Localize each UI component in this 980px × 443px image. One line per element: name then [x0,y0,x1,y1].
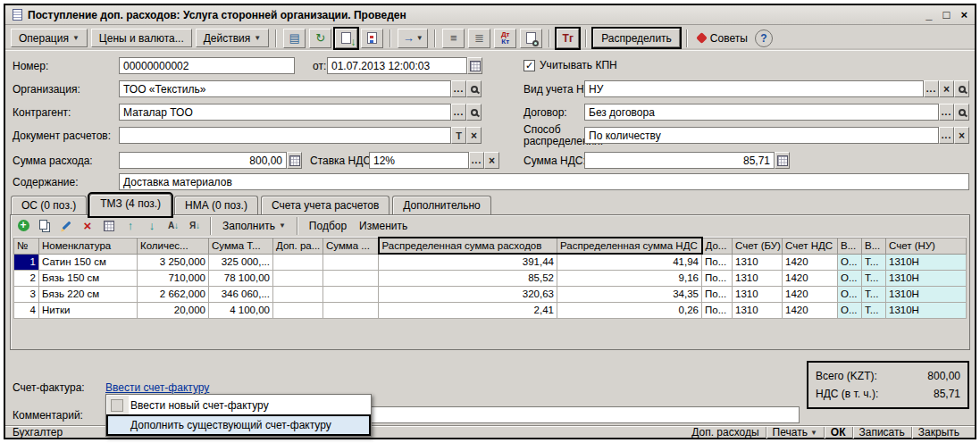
table-row[interactable]: 1Сатин 150 см3 250,000325 000,...391,444… [14,254,967,270]
amount-field[interactable]: 800,00 [119,152,287,169]
grid-settings-icon[interactable] [100,217,118,234]
toolbar-separator [210,217,212,235]
report-icon[interactable] [520,29,542,48]
nu-clear-button[interactable] [939,80,954,97]
write-button[interactable]: Записать [853,426,911,439]
go-button[interactable]: →▼ [398,29,428,48]
contract-select-button[interactable] [939,104,954,121]
help-button[interactable]: ? [755,29,773,47]
col-header[interactable]: До... [702,238,733,254]
paydoc-clear-button[interactable] [466,127,482,144]
document-movements-icon[interactable] [361,29,383,48]
col-header[interactable]: Количес... [138,238,209,254]
date-field[interactable]: 01.07.2013 12:00:03 [327,57,467,74]
invoice-label: Счет-фактура: [13,381,85,394]
method-field[interactable]: По количеству [584,127,939,144]
vat-amount-calculator-button[interactable] [775,152,790,169]
post-document-icon[interactable]: ↓ [335,29,357,48]
tab-additional[interactable]: Дополнительно [392,196,490,215]
copy-row-icon[interactable] [36,217,54,234]
structure-icon[interactable]: ≣ [468,29,490,48]
fill-button[interactable]: Заполнить▼ [218,217,290,234]
contragent-select-button[interactable] [451,104,466,121]
print-button[interactable]: Печать▼ [766,426,824,439]
kpn-checkbox[interactable]: ✓ Учитывать КПН [524,59,617,71]
clear-icon [471,130,477,142]
col-header[interactable]: Счет НДС [783,238,838,254]
edit-row-icon[interactable] [57,217,75,234]
col-header-distributed-expense[interactable]: Распределенная сумма расходов [379,238,557,254]
col-header-distributed-vat[interactable]: Распределенная сумма НДС [557,238,702,254]
tab-tmz[interactable]: ТМЗ (4 поз.) [89,194,172,216]
document-icon [13,9,22,21]
method-select-button[interactable] [939,127,954,144]
menu-item-new-invoice[interactable]: Ввести новый счет-фактуру [107,396,370,415]
contract-open-button[interactable] [954,104,969,121]
col-header[interactable]: В... [838,238,862,254]
list-icon[interactable]: ≡ [442,29,465,48]
col-header[interactable]: № [14,238,39,254]
table-row[interactable]: 4Нитки20,0004 100,002,410,26По...1310142… [14,302,967,318]
items-table[interactable]: № Номенклатура Количес... Сумма Т... Доп… [13,237,967,319]
paydoc-field[interactable] [119,127,451,144]
pick-button[interactable]: Подбор [305,217,351,234]
table-row[interactable]: 3Бязь 220 см2 662,000346 060,...320,6334… [14,286,967,302]
col-header[interactable]: Сумма Т... [209,238,273,254]
add-row-icon[interactable] [14,217,32,234]
col-header[interactable]: Доп. ра... [273,238,323,254]
ok-button[interactable]: ОК [825,426,852,439]
organization-open-button[interactable] [466,80,482,97]
tab-settlement-accounts[interactable]: Счета учета расчетов [261,196,389,215]
change-button[interactable]: Изменить [355,217,412,234]
contract-label: Договор: [524,106,567,119]
vat-rate-select-button[interactable] [469,152,484,169]
sort-descending-icon[interactable]: Я↓ [186,217,204,234]
distribute-button[interactable]: Распределить [593,29,680,47]
organization-select-button[interactable] [451,80,466,97]
close-form-button[interactable]: Закрыть [912,426,966,439]
calendar-button[interactable] [467,57,482,74]
col-header[interactable]: Счет (НУ) [886,238,967,254]
contract-field[interactable]: Без договора [584,104,939,121]
col-header[interactable]: В... [862,238,886,254]
move-down-icon[interactable]: ↓ [143,217,161,234]
refresh-icon[interactable]: ↻ [309,29,331,48]
method-clear-button[interactable] [954,127,969,144]
organization-field[interactable]: ТОО «Текстиль» [119,80,451,97]
additional-expenses-button[interactable]: Доп. расходы [685,426,765,439]
col-header[interactable]: Сумма ... [323,238,379,254]
open-form-icon[interactable]: ▤ [283,29,306,48]
table-header-row[interactable]: № Номенклатура Количес... Сумма Т... Доп… [14,238,967,254]
col-header[interactable]: Счет (БУ) [733,238,783,254]
operation-button[interactable]: Операция▼ [11,29,88,47]
enter-invoice-link[interactable]: Ввести счет-фактуру [105,381,209,394]
minimize-button[interactable]: _ [926,8,932,21]
col-header[interactable]: Номенклатура [39,238,138,254]
nu-select-button[interactable] [924,80,939,97]
advice-button[interactable]: Советы [694,32,751,45]
sort-ascending-icon[interactable]: А↓ [164,217,182,234]
contragent-open-button[interactable] [466,104,482,121]
vat-rate-clear-button[interactable] [484,152,499,169]
prices-currency-button[interactable]: Цены и валюта... [91,29,192,47]
amount-calculator-button[interactable] [287,152,302,169]
actions-button[interactable]: Действия▼ [196,29,270,47]
tab-os[interactable]: ОС (0 поз.) [11,196,87,215]
nu-type-field[interactable]: НУ [584,80,924,97]
table-row[interactable]: 2Бязь 150 см710,00078 100,0085,529,16По.… [14,270,967,286]
close-button[interactable]: × [960,8,967,21]
tenge-icon[interactable]: Тг [557,29,579,48]
maximize-button[interactable]: □ [943,8,951,21]
vat-amount-field[interactable]: 85,71 [584,152,775,169]
nu-open-button[interactable] [954,80,969,97]
dtkt-postings-icon[interactable]: ДтКт [494,29,516,48]
vat-rate-field[interactable]: 12% [369,152,469,169]
contragent-field[interactable]: Маталар ТОО [119,104,451,121]
menu-item-append-invoice[interactable]: Дополнить существующий счет-фактуру [107,415,370,435]
tab-nma[interactable]: НМА (0 поз.) [174,196,258,215]
content-field[interactable]: Доставка материалов [119,173,969,190]
paydoc-text-button[interactable] [451,127,466,144]
move-up-icon[interactable]: ↑ [121,217,139,234]
delete-row-icon[interactable] [79,217,96,234]
number-field[interactable]: 00000000002 [119,57,295,74]
